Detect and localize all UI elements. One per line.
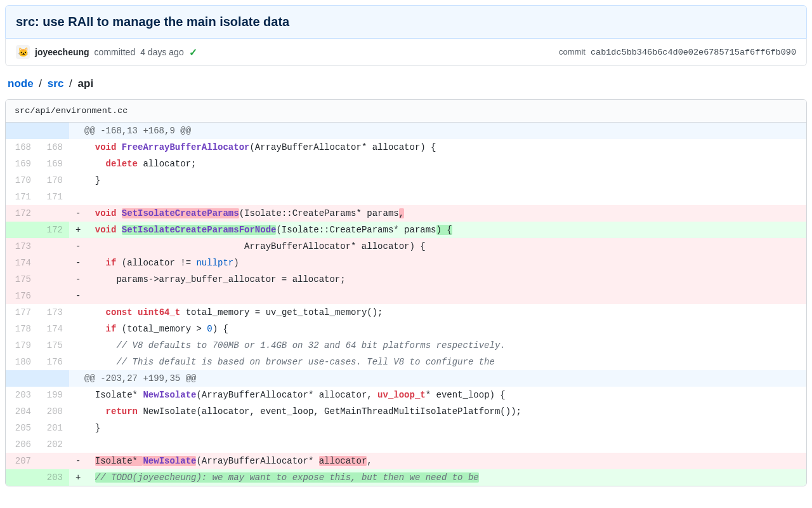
tok: NewIsolate(allocator, event_loop, GetMai… [138,406,521,417]
diff-line: 171 171 [6,189,806,205]
commit-title: src: use RAII to manage the main isolate… [16,15,796,29]
breadcrumb: node / src / api [5,66,807,99]
line-new[interactable]: 199 [37,387,69,403]
tok: Isolate* [95,456,143,466]
line-old[interactable]: 171 [6,189,37,205]
tok: 0 [207,324,212,334]
tok: (Isolate::CreateParams* params [276,225,436,235]
tok: SetIsolateCreateParamsForNode [122,225,277,235]
code-comment: // TODO(joyeecheung): we may want to exp… [95,472,479,483]
tok: Isolate* [95,390,143,400]
tok: void [95,142,117,152]
commit-sha-label: commit [559,47,586,57]
line-new[interactable]: 171 [37,189,69,205]
diff-line-deleted: 175 - params->array_buffer_allocator = a… [6,271,806,288]
tok: total_memory = uv_get_total_memory(); [180,307,383,318]
line-old[interactable]: 174 [6,255,37,271]
diff-line: 170 170 } [6,172,806,189]
tok: , [399,208,404,218]
line-old[interactable]: 170 [6,172,37,189]
line-old[interactable]: 207 [6,453,37,469]
line-new[interactable]: 170 [37,172,69,189]
line-old[interactable]: 180 [6,354,37,370]
line-old[interactable]: 176 [6,288,37,304]
code-text: ArrayBufferAllocator* allocator) { [84,241,426,251]
tok: uv_loop_t [377,390,426,400]
line-old[interactable]: 175 [6,271,37,288]
line-old[interactable]: 177 [6,304,37,321]
line-old[interactable]: 179 [6,337,37,354]
tok: (allocator != [116,258,196,268]
tok: return [106,406,138,417]
tok: (Isolate::CreateParams* params [239,208,399,218]
diff-line-added: 203 + // TODO(joyeecheung): we may want … [6,469,806,486]
commit-header: src: use RAII to manage the main isolate… [5,5,807,39]
commit-sha[interactable]: cab1dc5bb346b6c4d0e02e6785715af6ff6fb090 [591,48,796,57]
diff-line: 180 176 // This default is based on brow… [6,354,806,370]
line-old[interactable]: 204 [6,403,37,420]
tok: NewIsolate [143,390,196,400]
avatar[interactable]: 🐱 [16,45,30,59]
diff-line: 177 173 const uint64_t total_memory = uv… [6,304,806,321]
line-new[interactable]: 174 [37,321,69,337]
tok: ) { [213,324,228,334]
tok: , [367,456,372,466]
line-new[interactable]: 175 [37,337,69,354]
diff-line-deleted: 172 - void SetIsolateCreateParams(Isolat… [6,205,806,222]
line-new[interactable]: 202 [37,436,69,453]
line-old[interactable]: 203 [6,387,37,403]
line-old[interactable]: 205 [6,420,37,436]
diff-line: 204 200 return NewIsolate(allocator, eve… [6,403,806,420]
line-old[interactable]: 169 [6,156,37,172]
line-new[interactable]: 168 [37,139,69,156]
tok: void [95,208,117,218]
commit-sha-block: commit cab1dc5bb346b6c4d0e02e6785715af6f… [559,47,796,57]
hunk-header[interactable]: @@ -168,13 +168,9 @@ [6,123,806,139]
line-old[interactable]: 206 [6,436,37,453]
breadcrumb-root[interactable]: node [8,77,34,90]
line-old[interactable]: 178 [6,321,37,337]
tok: if [106,324,117,334]
breadcrumb-sep: / [36,77,44,90]
line-new[interactable]: 173 [37,304,69,321]
tok: NewIsolate [143,456,196,466]
commit-action: committed [95,47,136,57]
line-old[interactable]: 172 [6,205,37,222]
breadcrumb-sep: / [67,77,75,90]
line-new[interactable]: 200 [37,403,69,420]
diff-table: @@ -168,13 +168,9 @@ 168 168 void FreeAr… [6,123,806,486]
line-new[interactable]: 169 [37,156,69,172]
tok: (ArrayBufferAllocator* allocator) { [249,142,436,152]
line-new[interactable]: 172 [37,222,69,238]
code-text: } [84,423,100,433]
hunk-header[interactable]: @@ -203,27 +199,35 @@ [6,370,806,387]
tok: FreeArrayBufferAllocator [122,142,250,152]
commit-author-block: 🐱 joyeecheung committed 4 days ago ✓ [16,45,197,59]
tok: ) [233,258,239,268]
line-new[interactable]: 203 [37,469,69,486]
diff-line-deleted: 173 - ArrayBufferAllocator* allocator) { [6,238,806,255]
code-comment: // This default is based on browser use-… [84,357,495,367]
tok: (total_memory > [116,324,207,334]
tok: const [106,307,133,318]
diff-line: 168 168 void FreeArrayBufferAllocator(Ar… [6,139,806,156]
code-text: } [84,175,100,185]
tok: ) { [436,225,452,235]
author-link[interactable]: joyeecheung [35,47,89,57]
diff-line-deleted: 176 - [6,288,806,304]
diff-line: 205 201 } [6,420,806,436]
diff-file: src/api/environment.cc @@ -168,13 +168,9… [5,99,807,486]
line-new[interactable]: 201 [37,420,69,436]
tok: delete [106,159,138,169]
line-old[interactable]: 173 [6,238,37,255]
diff-line-deleted: 207 - Isolate* NewIsolate(ArrayBufferAll… [6,453,806,469]
breadcrumb-mid[interactable]: src [48,77,64,90]
tok: uint64_t [138,307,180,318]
line-new[interactable]: 176 [37,354,69,370]
diff-line: 203 199 Isolate* NewIsolate(ArrayBufferA… [6,387,806,403]
tok: * event_loop) { [426,390,506,400]
line-old[interactable]: 168 [6,139,37,156]
file-path[interactable]: src/api/environment.cc [6,100,806,123]
diff-line: 178 174 if (total_memory > 0) { [6,321,806,337]
status-check-icon[interactable]: ✓ [189,46,197,58]
